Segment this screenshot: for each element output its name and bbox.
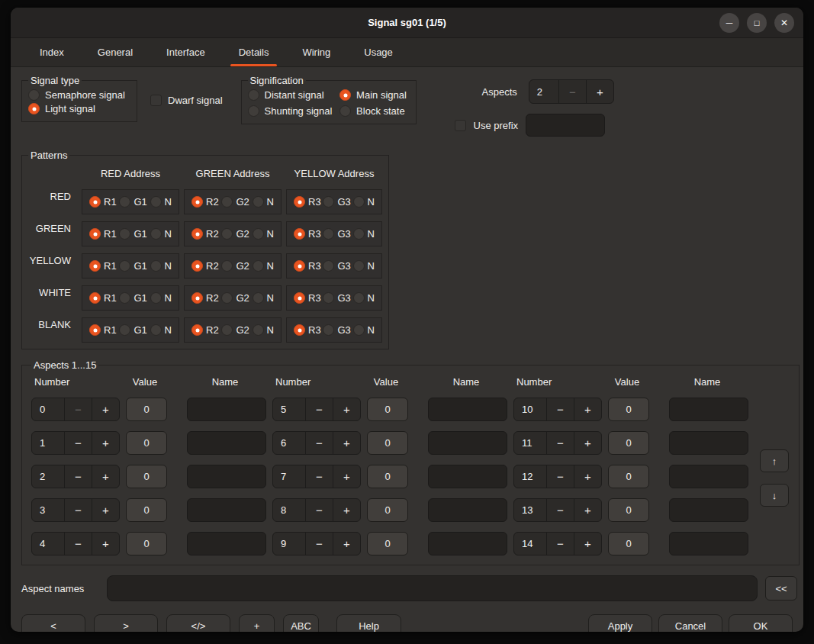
- signification-option[interactable]: Shunting signal: [248, 105, 336, 117]
- move-down-button[interactable]: ↓: [760, 484, 789, 507]
- pattern-radio-n[interactable]: N: [150, 196, 172, 208]
- aspect-value-button[interactable]: 0: [126, 398, 167, 421]
- spinner-increment-button[interactable]: +: [574, 533, 601, 555]
- tab-index[interactable]: Index: [28, 38, 76, 66]
- spinner-decrement-button[interactable]: −: [305, 499, 333, 521]
- spinner-decrement-button[interactable]: −: [64, 465, 92, 488]
- aspect-value-button[interactable]: 0: [126, 532, 167, 555]
- pattern-radio-g1[interactable]: G1: [119, 196, 146, 208]
- use-prefix-checkbox[interactable]: [455, 120, 466, 131]
- pattern-radio-g3[interactable]: G3: [323, 260, 350, 272]
- spinner-value[interactable]: 12: [514, 465, 546, 488]
- aspect-name-input[interactable]: [428, 465, 507, 488]
- spinner-value[interactable]: 2: [32, 465, 64, 488]
- spinner-increment-button[interactable]: +: [333, 432, 360, 454]
- ok-button[interactable]: OK: [729, 614, 793, 632]
- pattern-radio-g1[interactable]: G1: [119, 292, 146, 304]
- pattern-radio-n[interactable]: N: [253, 196, 274, 208]
- pattern-radio-n[interactable]: N: [253, 228, 274, 240]
- code-button[interactable]: </>: [166, 614, 230, 632]
- pattern-radio-r1[interactable]: R1: [89, 260, 117, 272]
- tab-usage[interactable]: Usage: [352, 38, 404, 66]
- pattern-radio-r1[interactable]: R1: [89, 228, 117, 240]
- pattern-radio-r3[interactable]: R3: [294, 196, 321, 208]
- spinner-increment-button[interactable]: +: [92, 432, 119, 454]
- pattern-radio-r2[interactable]: R2: [191, 292, 219, 304]
- aspect-value-button[interactable]: 0: [608, 532, 649, 555]
- aspect-value-button[interactable]: 0: [367, 398, 408, 421]
- aspect-value-button[interactable]: 0: [608, 465, 649, 488]
- next-button[interactable]: >: [94, 614, 158, 632]
- aspect-name-input[interactable]: [187, 398, 266, 421]
- aspect-value-button[interactable]: 0: [367, 532, 408, 555]
- aspect-name-input[interactable]: [187, 465, 266, 488]
- spinner-increment-button[interactable]: +: [574, 398, 601, 420]
- tab-general[interactable]: General: [86, 38, 144, 66]
- spinner-value[interactable]: 13: [514, 499, 546, 521]
- aspect-name-input[interactable]: [669, 465, 748, 488]
- signification-option[interactable]: Block state: [339, 105, 409, 117]
- maximize-button[interactable]: □: [747, 13, 767, 33]
- tab-interface[interactable]: Interface: [155, 38, 217, 66]
- aspect-value-button[interactable]: 0: [367, 431, 408, 455]
- pattern-radio-n[interactable]: N: [353, 228, 375, 240]
- spinner-increment-button[interactable]: +: [333, 398, 360, 420]
- spinner-value[interactable]: 5: [273, 398, 305, 420]
- spinner-increment-button[interactable]: +: [586, 80, 613, 103]
- pattern-radio-r1[interactable]: R1: [89, 324, 117, 336]
- pattern-radio-r1[interactable]: R1: [89, 196, 117, 208]
- aspect-name-input[interactable]: [187, 498, 266, 522]
- add-button[interactable]: +: [239, 614, 275, 632]
- prev-button[interactable]: <: [21, 614, 85, 632]
- spinner-decrement-button[interactable]: −: [64, 432, 92, 454]
- pattern-radio-g3[interactable]: G3: [323, 196, 350, 208]
- pattern-radio-g2[interactable]: G2: [221, 260, 249, 272]
- pattern-radio-n[interactable]: N: [150, 228, 172, 240]
- spinner-value[interactable]: 8: [273, 499, 305, 521]
- aspect-name-input[interactable]: [428, 532, 507, 555]
- pattern-radio-g3[interactable]: G3: [323, 228, 350, 240]
- pattern-radio-r3[interactable]: R3: [294, 324, 321, 336]
- aspect-name-input[interactable]: [669, 431, 748, 455]
- spinner-increment-button[interactable]: +: [92, 465, 119, 488]
- aspect-value-button[interactable]: 0: [126, 465, 167, 488]
- spinner-decrement-button[interactable]: −: [305, 432, 333, 454]
- pattern-radio-r3[interactable]: R3: [294, 292, 321, 304]
- aspect-name-input[interactable]: [428, 498, 507, 522]
- aspect-value-button[interactable]: 0: [608, 498, 649, 522]
- spinner-value[interactable]: 1: [32, 432, 64, 454]
- pattern-radio-r2[interactable]: R2: [191, 196, 219, 208]
- collapse-button[interactable]: <<: [765, 576, 797, 601]
- aspect-name-input[interactable]: [187, 532, 266, 555]
- spinner-value[interactable]: 9: [273, 533, 305, 555]
- aspect-value-button[interactable]: 0: [367, 498, 408, 522]
- spinner-decrement-button[interactable]: −: [64, 398, 92, 420]
- spinner-decrement-button[interactable]: −: [546, 398, 574, 420]
- pattern-radio-n[interactable]: N: [253, 292, 274, 304]
- spinner-increment-button[interactable]: +: [333, 465, 360, 488]
- spinner-increment-button[interactable]: +: [92, 533, 119, 555]
- aspect-name-input[interactable]: [669, 398, 748, 421]
- spinner-value[interactable]: 11: [514, 432, 546, 454]
- spinner-value[interactable]: 2: [529, 80, 558, 103]
- aspect-name-input[interactable]: [428, 431, 507, 455]
- pattern-radio-g2[interactable]: G2: [221, 228, 249, 240]
- dwarf-signal-row[interactable]: Dwarf signal: [150, 95, 223, 106]
- pattern-radio-n[interactable]: N: [353, 196, 375, 208]
- tab-wiring[interactable]: Wiring: [291, 38, 342, 66]
- aspect-value-button[interactable]: 0: [126, 431, 167, 455]
- spinner-increment-button[interactable]: +: [92, 499, 119, 521]
- pattern-radio-n[interactable]: N: [150, 324, 172, 336]
- spinner-increment-button[interactable]: +: [574, 499, 601, 521]
- pattern-radio-n[interactable]: N: [353, 324, 375, 336]
- pattern-radio-g2[interactable]: G2: [221, 292, 249, 304]
- pattern-radio-n[interactable]: N: [253, 260, 274, 272]
- close-button[interactable]: ✕: [774, 13, 794, 33]
- aspect-name-input[interactable]: [669, 498, 748, 522]
- spinner-value[interactable]: 10: [514, 398, 546, 420]
- aspect-value-button[interactable]: 0: [367, 465, 408, 488]
- dwarf-signal-checkbox[interactable]: [150, 95, 162, 106]
- spinner-decrement-button[interactable]: −: [305, 398, 333, 420]
- aspect-value-button[interactable]: 0: [126, 498, 167, 522]
- spinner-decrement-button[interactable]: −: [558, 80, 586, 103]
